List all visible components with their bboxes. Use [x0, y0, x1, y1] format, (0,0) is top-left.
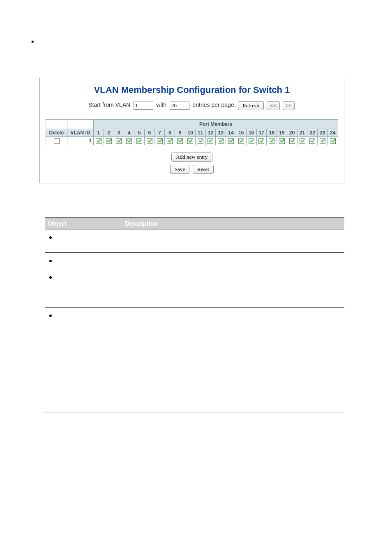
- header-port: 13: [216, 129, 226, 137]
- bullet-icon: [49, 276, 52, 279]
- header-port: 12: [205, 129, 216, 137]
- port-checkbox[interactable]: [279, 138, 285, 144]
- port-checkbox[interactable]: [269, 138, 274, 144]
- description-table: Object Description Delete To delete a VL…: [45, 217, 344, 413]
- screenshot-title: VLAN Membership Configuration for Switch…: [40, 85, 344, 95]
- object-description: A row of check boxes for each port is di…: [122, 269, 344, 308]
- vlan-table: Port Members Delete VLAN ID 1 2 3 4 5 6 …: [46, 119, 338, 145]
- header-port: 5: [134, 129, 145, 137]
- port-checkbox[interactable]: [157, 138, 163, 144]
- bullet-icon: [49, 236, 52, 239]
- page-next-button[interactable]: >>: [283, 101, 295, 110]
- port-checkbox[interactable]: [198, 138, 203, 144]
- header-port: 22: [307, 129, 318, 137]
- port-checkbox[interactable]: [258, 138, 264, 144]
- port-checkbox[interactable]: [309, 138, 315, 144]
- port-checkbox[interactable]: [177, 138, 183, 144]
- header-port: 8: [165, 129, 175, 137]
- input-entries-per-page[interactable]: [170, 102, 189, 110]
- port-checkbox[interactable]: [218, 138, 224, 144]
- figure-caption: Figure 4-6-1 VLAN Membership Configurati…: [29, 193, 363, 201]
- refresh-button[interactable]: Refresh: [238, 101, 263, 110]
- object-description: Indicates the ID of this particular VLAN…: [122, 252, 344, 269]
- header-port: 15: [236, 129, 246, 137]
- header-description: Description: [122, 217, 344, 229]
- port-checkbox[interactable]: [116, 138, 122, 144]
- bullet: ■: [31, 37, 34, 46]
- bullet-icon: [49, 260, 52, 262]
- object-label: Delete: [56, 234, 74, 241]
- port-checkbox[interactable]: [136, 138, 142, 144]
- port-checkbox[interactable]: [187, 138, 193, 144]
- label-entries-per-page: entries per page.: [193, 102, 236, 108]
- screenshot-panel: VLAN Membership Configuration for Switch…: [39, 78, 344, 183]
- header-blank-vlanid: [67, 120, 94, 129]
- reset-button[interactable]: Reset: [193, 165, 214, 174]
- header-port: 1: [94, 129, 104, 137]
- header-port: 21: [297, 129, 307, 137]
- object-label: Port Members: [56, 274, 97, 281]
- section-heading: Understand nomenclature of the Switch: [41, 37, 181, 46]
- port-checkbox[interactable]: [289, 138, 295, 144]
- bullet-icon: [49, 314, 52, 317]
- desc-row: Delete To delete a VLAN entry, check thi…: [45, 229, 344, 252]
- port-checkbox[interactable]: [300, 138, 305, 144]
- label-start-from-vlan: Start from VLAN: [88, 102, 130, 108]
- header-port: 18: [267, 129, 277, 137]
- section-heading-row: ■ Understand nomenclature of the Switch: [31, 37, 363, 46]
- port-checkbox[interactable]: [167, 138, 173, 144]
- port-checkbox[interactable]: [208, 138, 213, 144]
- header-port: 6: [144, 129, 154, 137]
- controls-bar: Start from VLAN with entries per page. R…: [40, 101, 344, 110]
- port-checkbox[interactable]: [96, 138, 101, 144]
- header-port: 10: [185, 129, 196, 137]
- header-port: 9: [175, 129, 185, 137]
- header-vlan-id: VLAN ID: [67, 129, 94, 137]
- header-port: 11: [195, 129, 205, 137]
- table-row: 1: [46, 137, 338, 145]
- header-port: 2: [104, 129, 114, 137]
- page-includes-label: The page includes the following fields:: [39, 206, 363, 213]
- port-checkbox[interactable]: [147, 138, 152, 144]
- desc-row: VLAN ID Indicates the ID of this particu…: [45, 252, 344, 269]
- cell-delete: [46, 137, 67, 145]
- save-button[interactable]: Save: [170, 165, 189, 174]
- input-start-vlan[interactable]: [134, 102, 153, 110]
- header-port: 17: [256, 129, 267, 137]
- header-port: 20: [287, 129, 297, 137]
- desc-row: Adding a New VLAN Click to add a new VLA…: [45, 308, 344, 413]
- header-port: 4: [124, 129, 134, 137]
- header-port: 23: [318, 129, 328, 137]
- header-object: Object: [45, 217, 122, 229]
- port-checkbox[interactable]: [106, 138, 112, 144]
- object-label: Adding a New VLAN: [56, 312, 116, 319]
- header-port-members: Port Members: [94, 120, 338, 129]
- port-checkbox[interactable]: [126, 138, 132, 144]
- port-checkbox[interactable]: [228, 138, 234, 144]
- header-delete: Delete: [46, 129, 67, 137]
- cell-vlan-id: 1: [67, 137, 94, 145]
- header-port: 16: [246, 129, 256, 137]
- port-checkbox[interactable]: [320, 138, 325, 144]
- port-checkbox[interactable]: [330, 138, 336, 144]
- section-intro: Each page shows up to 99 entries from th…: [29, 51, 363, 70]
- port-checkbox[interactable]: [238, 138, 244, 144]
- header-blank-delete: [46, 120, 67, 129]
- object-description: To delete a VLAN entry, check this box. …: [122, 229, 344, 252]
- header-port: 14: [226, 129, 236, 137]
- delete-checkbox[interactable]: [54, 138, 60, 144]
- header-port: 24: [327, 129, 338, 137]
- object-label: VLAN ID: [56, 257, 83, 264]
- label-with: with: [156, 102, 166, 108]
- add-new-entry-button[interactable]: Add new entry: [171, 153, 212, 162]
- port-checkbox[interactable]: [249, 138, 254, 144]
- header-port: 7: [154, 129, 165, 137]
- header-port: 3: [114, 129, 124, 137]
- header-port: 19: [277, 129, 287, 137]
- desc-row: Port Members A row of check boxes for ea…: [45, 269, 344, 308]
- object-description: Click to add a new VLAN ID. An empty row…: [122, 308, 344, 413]
- page-first-button[interactable]: |<<: [267, 101, 279, 110]
